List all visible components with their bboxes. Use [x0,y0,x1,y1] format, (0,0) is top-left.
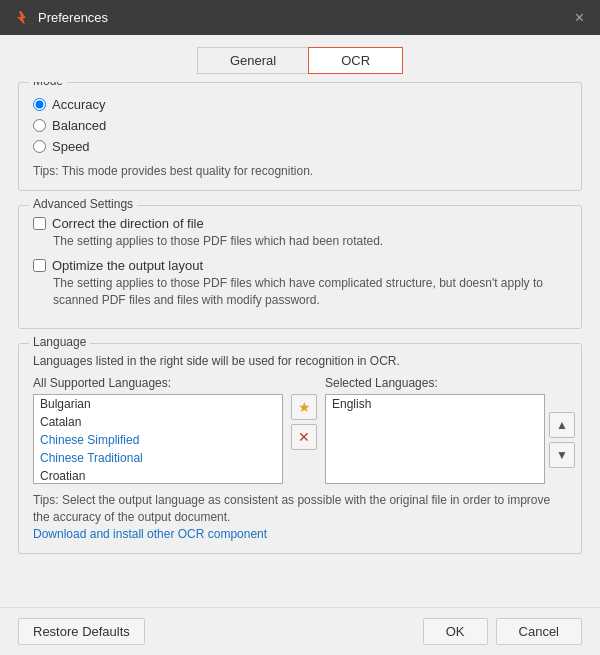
cancel-button[interactable]: Cancel [496,618,582,645]
app-icon [12,9,30,27]
svg-marker-0 [17,11,26,25]
move-up-button[interactable]: ▲ [549,412,575,438]
list-item-catalan[interactable]: Catalan [34,413,282,431]
remove-language-button[interactable]: ✕ [291,424,317,450]
add-language-button[interactable]: ★ [291,394,317,420]
preferences-window: Preferences × General OCR Mode Accuracy [0,0,600,655]
radio-balanced-input[interactable] [33,119,46,132]
advanced-section: Advanced Settings Correct the direction … [18,205,582,329]
list-item-english[interactable]: English [326,395,544,413]
title-bar: Preferences × [0,0,600,35]
radio-balanced-label: Balanced [52,118,106,133]
selected-languages-list[interactable]: English [325,394,545,484]
scroll-area: Mode Accuracy Balanced Speed Tips [0,82,600,607]
selected-languages-label: Selected Languages: [325,376,575,390]
language-columns: All Supported Languages: Bulgarian Catal… [33,376,567,484]
radio-speed-label: Speed [52,139,90,154]
list-item-bulgarian[interactable]: Bulgarian [34,395,282,413]
mode-section-title: Mode [29,82,67,88]
layout-sub-text: The setting applies to those PDF files w… [53,275,567,309]
all-languages-label: All Supported Languages: [33,376,283,390]
checkbox-direction-input[interactable] [33,217,46,230]
advanced-section-title: Advanced Settings [29,197,137,211]
checkbox-direction[interactable]: Correct the direction of file [33,216,567,231]
tabs-container: General OCR [0,35,600,82]
title-bar-left: Preferences [12,9,108,27]
move-down-button[interactable]: ▼ [549,442,575,468]
all-languages-col: All Supported Languages: Bulgarian Catal… [33,376,283,484]
ok-button[interactable]: OK [423,618,488,645]
tab-general[interactable]: General [197,47,308,74]
main-content: General OCR Mode Accuracy Balanced [0,35,600,655]
language-section-title: Language [29,335,90,349]
language-tips: Tips: Select the output language as cons… [33,492,567,526]
close-button[interactable]: × [571,8,588,28]
checkbox-direction-label: Correct the direction of file [52,216,204,231]
action-buttons: OK Cancel [423,618,582,645]
lang-order-buttons: ▲ ▼ [549,394,575,484]
list-item-chinese-traditional[interactable]: Chinese Traditional [34,449,282,467]
language-section: Language Languages listed in the right s… [18,343,582,554]
selected-languages-row: English ▲ ▼ [325,394,575,484]
list-item-chinese-simplified[interactable]: Chinese Simplified [34,431,282,449]
restore-defaults-button[interactable]: Restore Defaults [18,618,145,645]
download-link[interactable]: Download and install other OCR component [33,527,267,541]
radio-accuracy-input[interactable] [33,98,46,111]
checkbox-layout-input[interactable] [33,259,46,272]
checkbox-layout[interactable]: Optimize the output layout [33,258,567,273]
tab-ocr[interactable]: OCR [308,47,403,74]
mode-radio-group: Accuracy Balanced Speed [33,97,567,154]
radio-speed[interactable]: Speed [33,139,567,154]
mode-tip: Tips: This mode provides best quality fo… [33,164,567,178]
checkbox-layout-label: Optimize the output layout [52,258,203,273]
window-title: Preferences [38,10,108,25]
mode-section: Mode Accuracy Balanced Speed Tips [18,82,582,191]
all-languages-list[interactable]: Bulgarian Catalan Chinese Simplified Chi… [33,394,283,484]
radio-speed-input[interactable] [33,140,46,153]
radio-accuracy[interactable]: Accuracy [33,97,567,112]
list-item-croatian[interactable]: Croatian [34,467,282,484]
radio-balanced[interactable]: Balanced [33,118,567,133]
language-description: Languages listed in the right side will … [33,354,567,368]
radio-accuracy-label: Accuracy [52,97,105,112]
bottom-bar: Restore Defaults OK Cancel [0,607,600,655]
selected-languages-col: Selected Languages: English ▲ ▼ [325,376,575,484]
direction-sub-text: The setting applies to those PDF files w… [53,233,567,250]
lang-transfer-buttons: ★ ✕ [291,376,317,450]
